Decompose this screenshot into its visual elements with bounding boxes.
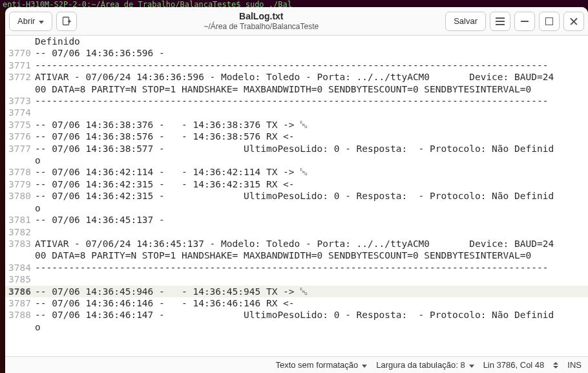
editor-line[interactable]: 3784------------------------------------… bbox=[5, 262, 588, 273]
line-content: o bbox=[34, 202, 588, 214]
editor-line[interactable]: Definido bbox=[5, 36, 588, 47]
line-content: 00 DATA=8 PARITY=N STOP=1 HANDSHAKE= MAX… bbox=[34, 83, 588, 95]
editor-line[interactable]: o bbox=[5, 155, 588, 166]
window-subtitle: ~/Área de Trabalho/BalancaTeste bbox=[81, 22, 441, 31]
line-content: ----------------------------------------… bbox=[34, 59, 588, 71]
tab-width-label: Largura da tabulação: 8 bbox=[376, 360, 465, 370]
line-content: -- 07/06 14:36:46:146 - - 14:36:46:146 R… bbox=[34, 297, 588, 309]
line-number: 3775 bbox=[5, 119, 34, 131]
line-number: 3783 bbox=[5, 238, 34, 250]
editor-line[interactable]: 3781-- 07/06 14:36:45:137 - bbox=[5, 214, 588, 226]
line-number: 3779 bbox=[5, 178, 34, 190]
new-document-icon bbox=[61, 16, 72, 27]
chevron-down-icon bbox=[469, 360, 474, 370]
line-nav[interactable] bbox=[553, 362, 558, 368]
editor-line[interactable]: 3777-- 07/06 14:36:38:577 - UltimoPesoLi… bbox=[5, 143, 588, 155]
line-content: -- 07/06 14:36:42:315 - UltimoPesoLido: … bbox=[34, 190, 588, 202]
editor-line[interactable]: 3775-- 07/06 14:36:38:376 - - 14:36:38:3… bbox=[5, 119, 588, 131]
line-content: Definido bbox=[34, 36, 588, 47]
editor-line[interactable]: 3785 bbox=[5, 273, 588, 285]
line-number: 3778 bbox=[5, 166, 34, 178]
statusbar: Texto sem formatação Largura da tabulaçã… bbox=[5, 356, 588, 373]
editor-line[interactable]: 3782 bbox=[5, 226, 588, 238]
minimize-icon bbox=[521, 21, 529, 22]
line-number bbox=[5, 36, 34, 47]
line-content: -- 07/06 14:36:46:147 - UltimoPesoLido: … bbox=[34, 309, 588, 321]
line-content: o bbox=[34, 155, 588, 166]
new-tab-button[interactable] bbox=[56, 12, 77, 31]
editor-line[interactable]: 3779-- 07/06 14:36:42:315 - - 14:36:42:3… bbox=[5, 178, 588, 190]
editor-line[interactable]: 3783ATIVAR - 07/06/24 14:36:45:137 - Mod… bbox=[5, 238, 588, 250]
line-number: 3774 bbox=[5, 107, 34, 118]
line-number bbox=[5, 155, 34, 166]
window-close-button[interactable] bbox=[563, 12, 584, 31]
line-number: 3771 bbox=[5, 59, 34, 71]
insert-mode-label: INS bbox=[567, 360, 582, 370]
editor-line[interactable]: 3776-- 07/06 14:36:38:576 - - 14:36:38:5… bbox=[5, 131, 588, 142]
line-number: 3787 bbox=[5, 297, 34, 309]
chevron-down-icon bbox=[39, 16, 44, 26]
line-number: 3782 bbox=[5, 226, 34, 238]
line-number: 3772 bbox=[5, 71, 34, 83]
line-content: -- 07/06 14:36:38:576 - - 14:36:38:576 R… bbox=[34, 131, 588, 142]
line-number: 3786 bbox=[5, 286, 34, 297]
editor-line[interactable]: 3774 bbox=[5, 107, 588, 118]
line-number bbox=[5, 321, 34, 333]
editor-line[interactable]: 00 DATA=8 PARITY=N STOP=1 HANDSHAKE= MAX… bbox=[5, 250, 588, 261]
line-number bbox=[5, 250, 34, 261]
editor-line[interactable]: 3773------------------------------------… bbox=[5, 95, 588, 107]
editor-line[interactable]: 3770-- 07/06 14:36:36:596 - bbox=[5, 47, 588, 59]
line-content: -- 07/06 14:36:42:315 - - 14:36:42:315 R… bbox=[34, 178, 588, 190]
hamburger-menu-button[interactable] bbox=[490, 12, 510, 31]
editor-line[interactable]: o bbox=[5, 321, 588, 333]
line-content: ATIVAR - 07/06/24 14:36:36:596 - Modelo:… bbox=[34, 71, 588, 83]
line-content: -- 07/06 14:36:45:137 - bbox=[34, 214, 588, 226]
hamburger-icon bbox=[496, 17, 505, 25]
insert-mode[interactable]: INS bbox=[567, 360, 582, 370]
line-content: -- 07/06 14:36:38:376 - - 14:36:38:376 T… bbox=[34, 119, 588, 131]
window-maximize-button[interactable] bbox=[539, 12, 560, 31]
tab-width-selector[interactable]: Largura da tabulação: 8 bbox=[376, 360, 474, 370]
syntax-selector[interactable]: Texto sem formatação bbox=[275, 360, 367, 370]
line-number: 3785 bbox=[5, 273, 34, 285]
editor-line[interactable]: 3788-- 07/06 14:36:46:147 - UltimoPesoLi… bbox=[5, 309, 588, 321]
maximize-icon bbox=[545, 17, 553, 25]
line-content: o bbox=[34, 321, 588, 333]
window-minimize-button[interactable] bbox=[514, 12, 535, 31]
cursor-position: Lin 3786, Col 48 bbox=[483, 360, 545, 370]
syntax-label: Texto sem formatação bbox=[275, 360, 358, 370]
line-number bbox=[5, 83, 34, 95]
line-number: 3776 bbox=[5, 131, 34, 142]
editor-line[interactable]: 3786-- 07/06 14:36:45:946 - - 14:36:45:9… bbox=[5, 286, 588, 297]
editor-area[interactable]: Definido3770-- 07/06 14:36:36:596 - 3771… bbox=[5, 36, 588, 356]
line-number: 3773 bbox=[5, 95, 34, 107]
line-content bbox=[34, 273, 588, 285]
line-content: -- 07/06 14:36:42:114 - - 14:36:42:114 T… bbox=[34, 166, 588, 178]
editor-line[interactable]: 00 DATA=8 PARITY=N STOP=1 HANDSHAKE= MAX… bbox=[5, 83, 588, 95]
save-button-label: Salvar bbox=[454, 16, 478, 26]
editor-line[interactable]: 3772ATIVAR - 07/06/24 14:36:36:596 - Mod… bbox=[5, 71, 588, 83]
titlebar: Abrir BalLog.txt ~/Área de Trabalho/Bala… bbox=[5, 7, 588, 36]
chevron-down-icon bbox=[362, 360, 367, 370]
line-number bbox=[5, 202, 34, 214]
line-content: ATIVAR - 07/06/24 14:36:45:137 - Modelo:… bbox=[34, 238, 588, 250]
editor-line[interactable]: 3778-- 07/06 14:36:42:114 - - 14:36:42:1… bbox=[5, 166, 588, 178]
line-content: ----------------------------------------… bbox=[34, 95, 588, 107]
editor-line[interactable]: o bbox=[5, 202, 588, 214]
line-content: -- 07/06 14:36:38:577 - UltimoPesoLido: … bbox=[34, 143, 588, 155]
open-button[interactable]: Abrir bbox=[9, 12, 52, 31]
line-number: 3781 bbox=[5, 214, 34, 226]
gedit-window: Abrir BalLog.txt ~/Área de Trabalho/Bala… bbox=[5, 7, 588, 373]
line-content: ----------------------------------------… bbox=[34, 262, 588, 273]
editor-line[interactable]: 3780-- 07/06 14:36:42:315 - UltimoPesoLi… bbox=[5, 190, 588, 202]
editor-line[interactable]: 3771------------------------------------… bbox=[5, 59, 588, 71]
line-number: 3788 bbox=[5, 309, 34, 321]
open-button-label: Abrir bbox=[17, 16, 35, 26]
line-content: 00 DATA=8 PARITY=N STOP=1 HANDSHAKE= MAX… bbox=[34, 250, 588, 261]
line-number: 3784 bbox=[5, 262, 34, 273]
line-content bbox=[34, 226, 588, 238]
cursor-position-label: Lin 3786, Col 48 bbox=[483, 360, 545, 370]
line-number: 3770 bbox=[5, 47, 34, 59]
save-button[interactable]: Salvar bbox=[445, 12, 486, 31]
editor-line[interactable]: 3787-- 07/06 14:36:46:146 - - 14:36:46:1… bbox=[5, 297, 588, 309]
